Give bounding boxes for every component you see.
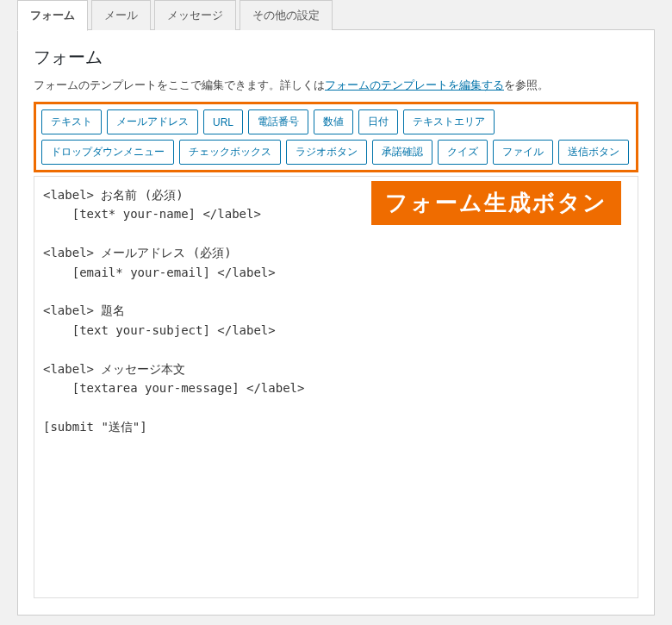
tab-message[interactable]: メッセージ (154, 0, 236, 30)
desc-link[interactable]: フォームのテンプレートを編集する (325, 78, 504, 91)
tag-button-row: テキスト メールアドレス URL 電話番号 数値 日付 テキストエリア ドロップ… (41, 109, 631, 165)
tag-btn-email[interactable]: メールアドレス (107, 109, 198, 134)
tag-btn-textarea[interactable]: テキストエリア (403, 109, 495, 134)
tab-other-settings[interactable]: その他の設定 (240, 0, 333, 30)
tag-btn-quiz[interactable]: クイズ (438, 140, 488, 165)
tab-bar: フォーム メール メッセージ その他の設定 (0, 0, 672, 30)
tag-btn-tel[interactable]: 電話番号 (248, 109, 308, 134)
tag-btn-text[interactable]: テキスト (41, 109, 102, 134)
tag-btn-radio[interactable]: ラジオボタン (286, 140, 367, 165)
tag-btn-submit[interactable]: 送信ボタン (558, 140, 629, 165)
tab-form[interactable]: フォーム (17, 0, 88, 31)
panel-title: フォーム (34, 46, 638, 69)
panel-description: フォームのテンプレートをここで編集できます。詳しくはフォームのテンプレートを編集… (34, 78, 638, 93)
desc-suffix: を参照。 (504, 78, 549, 91)
tag-btn-number[interactable]: 数値 (314, 109, 353, 134)
desc-prefix: フォームのテンプレートをここで編集できます。詳しくは (34, 78, 325, 91)
app-wrapper: フォーム メール メッセージ その他の設定 フォーム フォームのテンプレートをこ… (0, 0, 672, 625)
tag-btn-checkbox[interactable]: チェックボックス (179, 140, 281, 165)
tag-btn-dropdown[interactable]: ドロップダウンメニュー (41, 140, 174, 165)
textarea-wrap: フォーム生成ボタン <label> お名前 (必須) [text* your-n… (34, 172, 638, 601)
tag-btn-date[interactable]: 日付 (358, 109, 398, 134)
tag-btn-acceptance[interactable]: 承諾確認 (372, 140, 432, 165)
tag-btn-url[interactable]: URL (203, 109, 243, 134)
annotation-label: フォーム生成ボタン (371, 181, 621, 225)
tag-btn-file[interactable]: ファイル (493, 140, 553, 165)
tag-generator-box: テキスト メールアドレス URL 電話番号 数値 日付 テキストエリア ドロップ… (34, 102, 638, 172)
tab-mail[interactable]: メール (91, 0, 151, 30)
form-panel: フォーム フォームのテンプレートをここで編集できます。詳しくはフォームのテンプレ… (17, 29, 655, 616)
form-template-textarea[interactable]: <label> お名前 (必須) [text* your-name] </lab… (34, 176, 638, 598)
